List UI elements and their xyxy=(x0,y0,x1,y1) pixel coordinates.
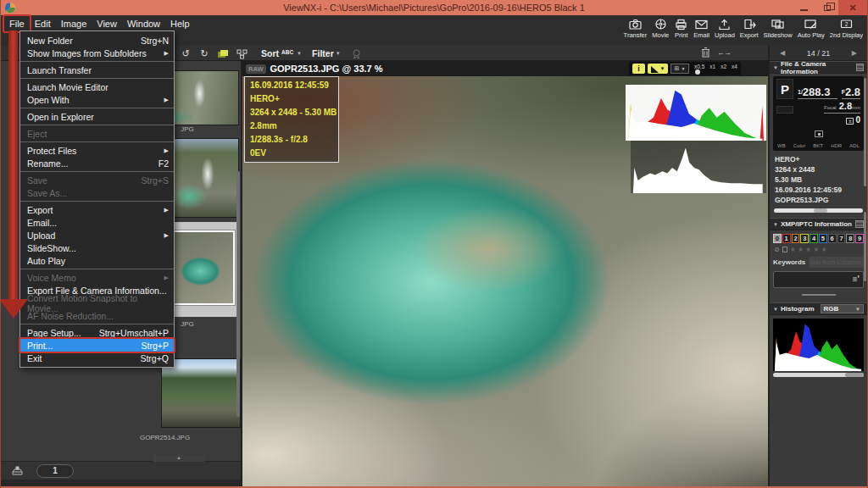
menu-window[interactable]: Window xyxy=(122,16,165,31)
upload-button[interactable]: Upload xyxy=(712,16,737,39)
movie-button[interactable]: Movie xyxy=(649,16,671,39)
close-button[interactable]: ✕ xyxy=(838,0,867,15)
file-info-hscrollbar[interactable] xyxy=(774,208,863,213)
menu-item-launch-movie-editor[interactable]: Launch Movie Editor xyxy=(20,80,174,93)
menu-item-export[interactable]: Export▶ xyxy=(20,203,174,216)
filter-control[interactable]: Filter ▼ xyxy=(312,48,341,58)
menu-item-open-with[interactable]: Open With▶ xyxy=(20,93,174,106)
title-bar: ViewNX-i - C:\Users\Michael\Pictures\GoP… xyxy=(1,0,867,15)
histogram-toggle-button[interactable]: ▼ xyxy=(648,64,668,74)
protect-tag-icon[interactable] xyxy=(782,247,787,252)
label-2[interactable]: 2 xyxy=(792,234,800,243)
label-4[interactable]: 4 xyxy=(810,234,818,243)
menu-edit[interactable]: Edit xyxy=(30,16,56,31)
menu-bar: File Edit Image View Window Help xyxy=(4,16,195,31)
info-toggle-button[interactable]: i xyxy=(632,64,645,74)
export-button[interactable]: Export xyxy=(737,16,761,39)
restore-button[interactable] xyxy=(815,0,838,15)
share-button[interactable] xyxy=(232,47,251,59)
histogram-channel-select[interactable]: RGB ▼ xyxy=(821,304,864,313)
info-exposure: 1/288.3s - f/2.8 xyxy=(250,133,333,147)
menu-item-show-images-from-subfolders[interactable]: Show Images from Subfolders▶ xyxy=(20,47,174,59)
menu-item-print[interactable]: Print...Strg+P xyxy=(20,339,174,352)
histogram-scrollbar[interactable] xyxy=(773,373,864,377)
menu-item-eject: Eject xyxy=(20,127,174,140)
xmp-scrollbar[interactable] xyxy=(802,294,836,296)
submenu-arrow-icon: ▶ xyxy=(164,207,169,214)
menu-item-slideshow[interactable]: SlideShow... xyxy=(20,241,174,254)
menu-view[interactable]: View xyxy=(92,16,122,31)
section-histogram-header[interactable]: ▼ Histogram RGB ▼ xyxy=(770,302,867,315)
fit-view-button[interactable]: ⊞ ▼ xyxy=(670,64,689,74)
menu-help[interactable]: Help xyxy=(165,16,195,31)
label-8[interactable]: 8 xyxy=(846,234,854,243)
zoom-slider-thumb[interactable] xyxy=(695,69,700,75)
folder-view-button[interactable] xyxy=(214,47,232,59)
keyword-list-icon[interactable]: ≡' xyxy=(853,274,860,284)
zoom-slider[interactable]: x0,5 x1 x2 x4 xyxy=(694,64,737,75)
label-1[interactable]: 1 xyxy=(782,234,791,243)
keywords-input[interactable]: ≡' xyxy=(773,271,864,288)
no-rating-icon[interactable]: ⊘ xyxy=(774,246,780,253)
auto-play-button[interactable]: Auto Play xyxy=(795,16,827,39)
camera-settings-display: P 1/288.3 F2.8 Focal 2.8mm ±0 WB Color B… xyxy=(773,76,864,151)
info-focal: 2.8mm xyxy=(250,119,333,133)
selection-count-badge: 1 xyxy=(36,464,74,478)
label-6[interactable]: 6 xyxy=(828,234,837,243)
label-5[interactable]: 5 xyxy=(819,234,827,243)
prev-image-button[interactable]: ◀ xyxy=(780,49,785,57)
minimize-button[interactable] xyxy=(793,0,815,15)
collapse-arrow-icon: ▼ xyxy=(773,222,778,227)
trash-icon[interactable] xyxy=(701,47,710,58)
email-button[interactable]: Email xyxy=(691,16,712,39)
menu-item-exit[interactable]: ExitStrg+Q xyxy=(20,352,174,364)
section-file-camera-header[interactable]: ▼ File & Camera Information xyxy=(770,61,867,74)
menu-item-email[interactable]: Email... xyxy=(20,216,174,229)
menu-item-upload[interactable]: Upload▶ xyxy=(20,229,174,241)
detail-view-icon[interactable] xyxy=(856,64,864,71)
menu-item-open-in-explorer[interactable]: Open in Explorer xyxy=(20,110,174,123)
label-3[interactable]: 3 xyxy=(800,234,809,243)
star-rating[interactable]: ★★★★★ xyxy=(790,246,829,253)
navigate-prev-next-icon[interactable]: ←→ xyxy=(717,48,731,57)
slideshow-button[interactable]: Slideshow xyxy=(761,16,795,39)
get-location-data-button[interactable]: Get from Location Data... xyxy=(809,257,864,268)
label-9[interactable]: 9 xyxy=(855,234,864,243)
thumbnail-4[interactable] xyxy=(162,359,240,427)
menu-item-page-setup[interactable]: Page Setup...Strg+Umschalt+P xyxy=(20,326,174,339)
print-button[interactable]: Print xyxy=(671,16,691,39)
exposure-mode: P xyxy=(776,79,793,99)
stamp-button[interactable] xyxy=(348,47,366,59)
detail-view-icon[interactable] xyxy=(855,220,864,228)
menu-file[interactable]: File xyxy=(4,16,30,31)
rotate-cw-button[interactable]: ↻ xyxy=(195,47,214,60)
menu-item-launch-transfer[interactable]: Launch Transfer xyxy=(20,64,174,76)
label-7[interactable]: 7 xyxy=(837,234,846,243)
thumbnail-3[interactable] xyxy=(172,230,235,305)
rotate-ccw-button[interactable]: ↺ xyxy=(176,47,195,60)
window-title: ViewNX-i - C:\Users\Michael\Pictures\GoP… xyxy=(1,0,867,15)
label-badges: 0 1 2 3 4 5 6 7 8 9 xyxy=(773,234,864,243)
menu-item-new-folder[interactable]: New FolderStrg+N xyxy=(20,34,174,47)
second-display-button[interactable]: 2 2nd Display xyxy=(827,16,865,39)
rating-row: ⊘ ★★★★★ xyxy=(774,246,863,253)
menu-image[interactable]: Image xyxy=(56,16,92,31)
next-image-button[interactable]: ▶ xyxy=(852,49,857,57)
label-0[interactable]: 0 xyxy=(773,234,782,243)
filmstrip-scrollbar[interactable] xyxy=(236,171,240,417)
sort-control[interactable]: Sort ABC ▼ xyxy=(261,48,302,58)
camera-flags: WB Color BKT HDR ADL xyxy=(776,143,860,148)
menu-item-protect-files[interactable]: Protect Files▶ xyxy=(20,144,174,157)
stamp-tray-icon[interactable] xyxy=(11,465,24,476)
fit-icon: ⊞ xyxy=(675,65,680,72)
collapse-handle[interactable]: ▲ xyxy=(153,455,204,462)
xmp-vscrollbar[interactable] xyxy=(864,212,866,281)
file-info-vscrollbar[interactable] xyxy=(864,78,866,186)
thumbnail-2[interactable] xyxy=(170,139,238,217)
menu-item-rename[interactable]: Rename...F2 xyxy=(20,157,174,169)
transfer-button[interactable]: Transfer xyxy=(621,16,650,39)
annotation-arrow-head xyxy=(0,299,28,319)
menu-item-auto-play[interactable]: Auto Play xyxy=(20,254,174,267)
section-xmp-header[interactable]: ▼ XMP/IPTC Information xyxy=(770,218,867,230)
info-dimensions: 3264 x 2448 - 5.30 MB xyxy=(250,106,333,119)
